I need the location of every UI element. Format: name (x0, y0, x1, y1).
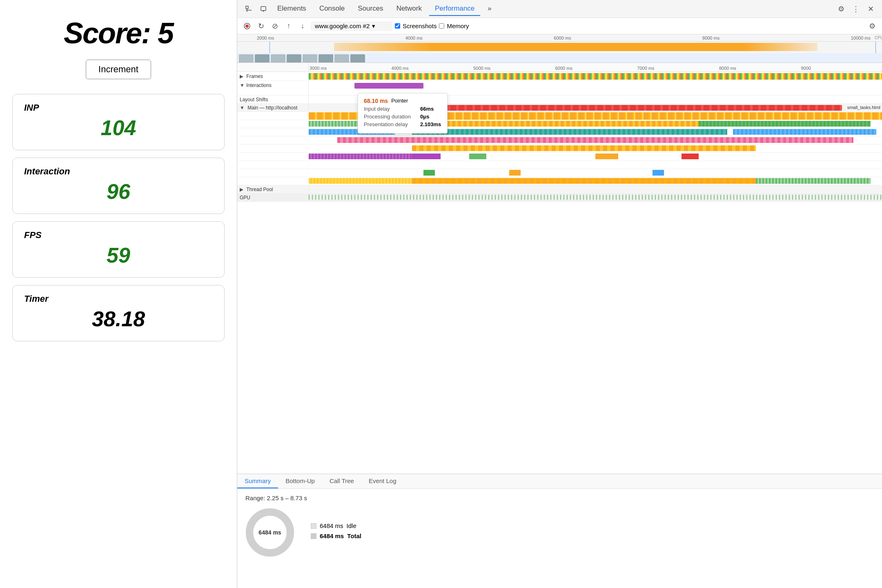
tooltip-input-delay-val: 66ms (420, 106, 434, 112)
flame-row-9 (237, 177, 882, 185)
metric-value-inp: 104 (24, 116, 213, 140)
overview-tick-1: 4000 ms (405, 36, 423, 40)
bottom-content: Range: 2.25 s – 8.73 s 6484 ms 6484 ms I… (237, 489, 882, 588)
download-icon[interactable]: ↓ (297, 20, 308, 32)
metric-card-fps: FPS 59 (12, 221, 225, 278)
url-dropdown-icon[interactable]: ▾ (372, 22, 375, 30)
timeline-scroll[interactable]: ▶ Frames ▼ Interactions (237, 72, 882, 474)
tab-performance[interactable]: Performance (429, 2, 480, 16)
metric-card-interaction: Interaction 96 (12, 158, 225, 214)
frames-triangle[interactable]: ▶ (240, 74, 243, 79)
settings-icon[interactable]: ⚙ (835, 2, 848, 16)
capture-settings-icon[interactable]: ⚙ (866, 20, 878, 32)
devtools-panel: Elements Console Sources Network Perform… (237, 0, 882, 588)
flame-row-4 (237, 136, 882, 145)
interactions-triangle[interactable]: ▼ (240, 82, 245, 88)
reload-icon[interactable]: ↻ (255, 20, 267, 32)
tab-sources[interactable]: Sources (352, 2, 389, 16)
frames-row: ▶ Frames (237, 72, 882, 81)
legend: 6484 ms Idle 6484 ms Total (311, 522, 361, 543)
overview-tick-0: 2000 ms (257, 36, 274, 40)
ruler-tick-7000: 7000 ms (636, 66, 718, 71)
ruler-tick-6000: 6000 ms (555, 66, 637, 71)
svg-rect-3 (261, 7, 266, 11)
metric-label-timer: Timer (24, 294, 213, 304)
screenshots-checkbox[interactable] (395, 23, 400, 29)
memory-checkbox[interactable] (439, 23, 444, 29)
main-task-label: small_tasks.html (847, 105, 880, 110)
donut-chart: 6484 ms (245, 508, 294, 557)
tab-event-log[interactable]: Event Log (361, 474, 404, 488)
overview-tick-3: 8000 ms (702, 36, 719, 40)
gpu-label: GPU (240, 195, 250, 200)
tab-network[interactable]: Network (391, 2, 428, 16)
timeline-main: 3000 ms 4000 ms 5000 ms 6000 ms 7000 ms … (237, 63, 882, 474)
main-thread-triangle[interactable]: ▼ (240, 105, 245, 111)
interactions-label: Interactions (246, 82, 272, 88)
main-thread-label: Main — http://localhost (247, 105, 297, 111)
ruler-tick-9000: 9000 (800, 66, 882, 71)
legend-total-label: Total (347, 532, 361, 539)
timeline-overview[interactable]: 2000 ms 4000 ms 6000 ms 8000 ms 10000 ms… (237, 34, 882, 63)
memory-checkbox-group: Memory (439, 22, 469, 29)
svg-rect-0 (246, 6, 248, 9)
flame-row-6 (237, 153, 882, 161)
overview-tick-4: 10000 ms (851, 36, 871, 40)
bottom-tabs: Summary Bottom-Up Call Tree Event Log (237, 474, 882, 489)
metric-label-fps: FPS (24, 230, 213, 241)
donut-area: 6484 ms 6484 ms Idle 6484 ms Total (245, 508, 874, 557)
flame-row-1 (237, 112, 882, 120)
overview-tick-2: 6000 ms (554, 36, 571, 40)
upload-icon[interactable]: ↑ (283, 20, 294, 32)
tab-bottom-up[interactable]: Bottom-Up (278, 474, 322, 488)
thread-pool-row: ▶ Thread Pool (237, 185, 882, 194)
tab-console[interactable]: Console (314, 2, 350, 16)
inspect-icon[interactable] (242, 2, 255, 16)
device-icon[interactable] (257, 2, 270, 16)
record-icon[interactable] (241, 20, 253, 32)
ruler-tick-5000: 5000 ms (472, 66, 555, 71)
metric-value-fps: 59 (24, 243, 213, 267)
interactions-row: ▼ Interactions 68.10 ms Pointer Input de… (237, 81, 882, 96)
score-display: Score: 5 (64, 16, 173, 50)
timeline-ruler: 3000 ms 4000 ms 5000 ms 6000 ms 7000 ms … (237, 63, 882, 72)
devtools-topbar: Elements Console Sources Network Perform… (237, 0, 882, 18)
tooltip-input-delay-label: Input delay (364, 106, 417, 112)
frames-label: Frames (246, 74, 263, 79)
tooltip-processing-val: 0μs (420, 114, 429, 120)
metric-label-inp: INP (24, 102, 213, 113)
donut-center-label: 6484 ms (258, 529, 281, 536)
layout-shifts-label: Layout Shifts (240, 97, 268, 102)
tab-summary[interactable]: Summary (237, 474, 278, 488)
range-text: Range: 2.25 s – 8.73 s (245, 494, 874, 501)
thread-pool-triangle[interactable]: ▶ (240, 187, 243, 192)
tab-elements[interactable]: Elements (272, 2, 312, 16)
score-value: 5 (158, 17, 173, 49)
interaction-bar[interactable] (354, 83, 423, 89)
metric-label-interaction: Interaction (24, 166, 213, 177)
svg-point-7 (245, 24, 249, 28)
memory-label: Memory (447, 22, 469, 29)
main-thread-header: ▼ Main — http://localhost small_tasks.ht… (237, 104, 882, 112)
ruler-tick-8000: 8000 ms (718, 66, 800, 71)
clear-icon[interactable]: ⊘ (269, 20, 281, 32)
ruler-tick-3000: 3000 ms (309, 66, 391, 71)
score-label: Score: (64, 17, 150, 49)
flame-row-2 (237, 120, 882, 128)
legend-idle: 6484 ms Idle (311, 522, 361, 529)
layout-shifts-row: Layout Shifts (237, 96, 882, 104)
legend-total: 6484 ms Total (311, 532, 361, 539)
legend-idle-label: Idle (347, 522, 356, 529)
increment-button[interactable]: Increment (86, 60, 151, 79)
tab-call-tree[interactable]: Call Tree (322, 474, 361, 488)
tooltip-timing: 68.10 ms (364, 98, 388, 104)
main-thread-flames (237, 112, 882, 185)
legend-total-value: 6484 ms (320, 532, 344, 539)
interaction-tooltip: 68.10 ms Pointer Input delay 66ms Proces… (358, 93, 448, 134)
more-options-icon[interactable]: ⋮ (849, 2, 862, 16)
flame-row-8 (237, 169, 882, 177)
gpu-row: GPU (237, 194, 882, 202)
close-icon[interactable]: ✕ (864, 2, 877, 16)
tab-more[interactable]: » (482, 2, 497, 16)
metric-card-timer: Timer 38.18 (12, 285, 225, 341)
